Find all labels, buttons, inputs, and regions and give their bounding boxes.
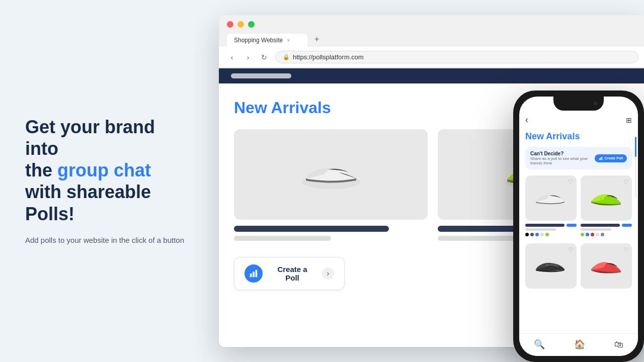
phone-product-2: ♡ bbox=[581, 175, 632, 236]
maximize-window-button[interactable] bbox=[248, 21, 255, 28]
headline-highlight: group chat bbox=[57, 160, 151, 180]
phone-filter-icon[interactable]: ⊞ bbox=[626, 116, 632, 124]
lock-icon: 🔒 bbox=[283, 54, 290, 60]
browser-tab-bar: Shopping Website × + bbox=[219, 32, 644, 47]
svg-rect-15 bbox=[602, 156, 603, 159]
color-swatch-red2[interactable] bbox=[591, 233, 594, 236]
create-poll-label: Create a Poll bbox=[270, 265, 315, 282]
phone-notch bbox=[553, 97, 604, 111]
product-name-line bbox=[525, 224, 565, 227]
phone-create-poll-button[interactable]: Create Poll bbox=[595, 154, 627, 162]
color-swatch-gray[interactable] bbox=[530, 233, 534, 236]
product-price-line-2 bbox=[622, 224, 632, 227]
phone-shoe-4 bbox=[589, 255, 624, 277]
site-navbar bbox=[219, 68, 644, 83]
phone-product-3: ♡ bbox=[525, 243, 577, 292]
refresh-button[interactable]: ↻ bbox=[259, 53, 269, 61]
cant-decide-subtext: Share as a poll to see what your friends… bbox=[530, 156, 591, 165]
phone-prod-sub-2 bbox=[581, 228, 611, 231]
product-price-line bbox=[567, 224, 577, 227]
shoe-image-1 bbox=[298, 154, 364, 195]
tab-title: Shopping Website bbox=[234, 37, 283, 44]
product-1-sub-bar bbox=[234, 236, 331, 241]
product-image-1[interactable] bbox=[234, 129, 428, 220]
color-swatch-black[interactable] bbox=[525, 233, 529, 236]
phone-mockup: ‹ ⊞ New Arrivals Can't Decide? Share as … bbox=[513, 90, 644, 362]
product-name-line-2 bbox=[581, 224, 620, 227]
phone-shoe-2 bbox=[589, 188, 624, 209]
address-bar[interactable]: 🔒 https://pollsplatform.com bbox=[275, 51, 638, 63]
color-swatch-white[interactable] bbox=[540, 233, 544, 236]
color-swatch-white2[interactable] bbox=[596, 233, 599, 236]
phone-products-grid: ♡ bbox=[525, 175, 632, 292]
headline: Get your brand into the group chat with … bbox=[25, 116, 186, 225]
phone-bottom-nav: 🔍 🏠 🛍 bbox=[519, 333, 638, 356]
phone-shoe-1 bbox=[533, 188, 569, 209]
cant-decide-heading: Can't Decide? bbox=[530, 151, 591, 156]
phone-scrollbar-thumb[interactable] bbox=[635, 137, 636, 157]
product-1-name-bar bbox=[234, 226, 389, 232]
color-swatch-blue2[interactable] bbox=[586, 233, 589, 236]
phone-bag-icon[interactable]: 🛍 bbox=[614, 339, 623, 350]
phone-home-icon[interactable]: 🏠 bbox=[574, 339, 585, 350]
svg-rect-14 bbox=[601, 157, 602, 160]
browser-address-bar: ‹ › ↻ 🔒 https://pollsplatform.com bbox=[219, 47, 644, 68]
phone-screen: ‹ ⊞ New Arrivals Can't Decide? Share as … bbox=[519, 97, 638, 356]
phone-camera bbox=[594, 102, 598, 106]
browser-chrome: Shopping Website × + ‹ › ↻ 🔒 https://pol… bbox=[219, 15, 644, 68]
phone-new-arrivals-heading: New Arrivals bbox=[525, 131, 632, 142]
cant-decide-banner: Can't Decide? Share as a poll to see wha… bbox=[525, 147, 632, 169]
phone-content: ‹ ⊞ New Arrivals Can't Decide? Share as … bbox=[519, 97, 638, 331]
heart-icon-2[interactable]: ♡ bbox=[623, 178, 629, 186]
svg-rect-13 bbox=[599, 158, 600, 160]
svg-rect-12 bbox=[256, 270, 258, 277]
phone-prod-bar-2 bbox=[581, 224, 632, 227]
svg-rect-11 bbox=[253, 272, 255, 277]
color-swatch-green[interactable] bbox=[545, 233, 549, 236]
svg-point-18 bbox=[608, 197, 609, 198]
browser-tab-active[interactable]: Shopping Website × bbox=[227, 34, 307, 47]
poll-icon-small bbox=[599, 156, 603, 160]
poll-icon bbox=[245, 264, 263, 283]
tab-close-button[interactable]: × bbox=[287, 37, 290, 43]
phone-product-4: ♡ bbox=[581, 243, 632, 292]
svg-point-16 bbox=[601, 198, 602, 199]
close-window-button[interactable] bbox=[227, 21, 233, 28]
color-swatch-gray2[interactable] bbox=[601, 233, 604, 236]
phone-shoe-3 bbox=[533, 255, 569, 277]
color-swatch-green2[interactable] bbox=[581, 233, 584, 236]
browser-titlebar bbox=[219, 15, 644, 32]
phone-search-icon[interactable]: 🔍 bbox=[534, 339, 545, 350]
phone-prod-bar-1 bbox=[525, 224, 577, 227]
create-poll-pill-label: Create Poll bbox=[604, 156, 623, 160]
svg-rect-10 bbox=[250, 274, 252, 277]
minimize-window-button[interactable] bbox=[237, 21, 244, 28]
hero-subtext: Add polls to your website in the click o… bbox=[25, 235, 186, 246]
create-poll-button[interactable]: Create a Poll › bbox=[234, 257, 345, 290]
forward-button[interactable]: › bbox=[243, 53, 253, 61]
poll-bars-icon bbox=[249, 269, 258, 278]
heart-icon-4[interactable]: ♡ bbox=[623, 246, 629, 253]
phone-color-swatches-2 bbox=[581, 233, 632, 236]
svg-point-17 bbox=[604, 197, 605, 198]
phone-scrollbar bbox=[635, 137, 636, 197]
phone-product-1: ♡ bbox=[525, 175, 577, 236]
back-button[interactable]: ‹ bbox=[227, 53, 237, 61]
chevron-right-icon: › bbox=[322, 267, 334, 280]
url-text: https://pollsplatform.com bbox=[293, 53, 364, 61]
new-tab-button[interactable]: + bbox=[309, 32, 324, 47]
heart-icon-3[interactable]: ♡ bbox=[568, 246, 574, 253]
product-card-1 bbox=[234, 129, 428, 241]
hero-text-section: Get your brand into the group chat with … bbox=[0, 96, 211, 266]
phone-color-swatches-1 bbox=[525, 233, 577, 236]
phone-prod-sub-1 bbox=[525, 228, 556, 231]
color-swatch-blue[interactable] bbox=[535, 233, 539, 236]
phone-back-icon[interactable]: ‹ bbox=[525, 115, 528, 125]
phone-nav: ‹ ⊞ bbox=[525, 115, 632, 125]
navbar-logo bbox=[231, 73, 291, 78]
heart-icon-1[interactable]: ♡ bbox=[568, 178, 574, 186]
cant-decide-text: Can't Decide? Share as a poll to see wha… bbox=[530, 151, 591, 165]
